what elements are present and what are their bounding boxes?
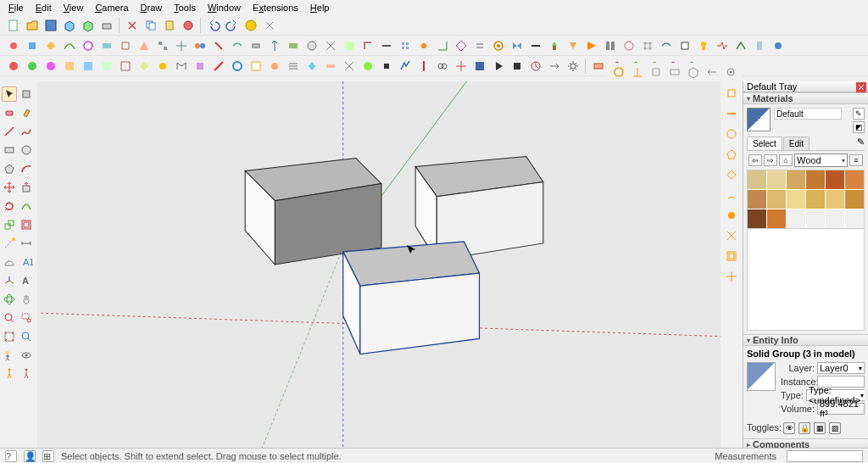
plugin-icon[interactable] — [42, 58, 59, 75]
rectangle-tool-icon[interactable] — [2, 142, 17, 158]
materials-home-icon[interactable]: ⌂ — [779, 154, 793, 166]
plugin-icon[interactable] — [61, 58, 78, 75]
plugin-icon[interactable] — [676, 37, 693, 54]
plugin-icon[interactable] — [770, 37, 787, 54]
material-swatch[interactable] — [845, 170, 864, 189]
right-tool-icon[interactable] — [723, 268, 740, 285]
followme-tool-icon[interactable] — [19, 198, 34, 214]
3dtext-tool-icon[interactable]: A — [19, 273, 34, 288]
status-credit-icon[interactable]: ⊞ — [42, 450, 54, 462]
plugin-icon[interactable] — [61, 37, 78, 54]
plugin-icon[interactable] — [397, 58, 414, 75]
right-tool-icon[interactable] — [723, 166, 740, 183]
right-tool-icon[interactable] — [723, 85, 740, 102]
plugin-icon[interactable] — [453, 58, 470, 75]
walk-icon[interactable] — [2, 366, 17, 382]
section-icon[interactable] — [19, 366, 34, 382]
materials-back-icon[interactable]: ⇦ — [748, 154, 762, 166]
view-icon[interactable] — [666, 64, 683, 81]
plugin-icon[interactable] — [136, 37, 153, 54]
viewport-3d[interactable] — [37, 81, 743, 448]
plugin-icon[interactable] — [80, 37, 97, 54]
tool-extensions-icon[interactable] — [261, 17, 278, 34]
plugin-icon[interactable] — [583, 37, 600, 54]
menu-extensions[interactable]: Extensions — [248, 2, 303, 14]
create-material-icon[interactable]: ✎ — [853, 108, 865, 120]
entity-info-head[interactable]: Entity Info — [743, 334, 868, 346]
plugin-icon[interactable] — [546, 58, 563, 75]
polygon-tool-icon[interactable] — [2, 161, 17, 176]
tool-undo-icon[interactable] — [205, 17, 222, 34]
plugin-icon[interactable] — [359, 37, 376, 54]
plugin-icon[interactable] — [453, 37, 470, 54]
tool-open-icon[interactable] — [24, 17, 41, 34]
menu-window[interactable]: Window — [203, 2, 246, 14]
plugin-icon[interactable] — [732, 37, 749, 54]
material-swatch[interactable] — [787, 209, 805, 228]
plugin-icon[interactable] — [397, 37, 414, 54]
paint-tool-icon[interactable] — [19, 105, 34, 120]
plugin-icon[interactable] — [490, 37, 507, 54]
menu-tools[interactable]: Tools — [169, 2, 201, 14]
plugin-icon[interactable] — [173, 37, 190, 54]
material-swatch[interactable] — [748, 170, 766, 189]
plugin-icon[interactable] — [117, 58, 134, 75]
view-icon[interactable] — [648, 64, 665, 81]
plugin-icon[interactable] — [658, 37, 675, 54]
plugin-icon[interactable] — [341, 58, 358, 75]
view-icon[interactable] — [629, 64, 646, 81]
plugin-icon[interactable] — [695, 37, 712, 54]
materials-tab-select[interactable]: Select — [747, 137, 782, 150]
toggle-cast-icon[interactable]: ▨ — [829, 422, 841, 434]
tool-cube-icon[interactable] — [61, 17, 78, 34]
toggle-hidden-icon[interactable]: 👁 — [783, 422, 795, 434]
plugin-icon[interactable] — [285, 37, 302, 54]
plugin-icon[interactable] — [546, 37, 563, 54]
material-swatch[interactable] — [787, 170, 805, 189]
plugin-icon[interactable] — [210, 37, 227, 54]
plugin-icon[interactable] — [80, 58, 97, 75]
plugin-icon[interactable] — [359, 58, 376, 75]
material-swatch[interactable] — [826, 209, 844, 228]
zoom-tool-icon[interactable] — [2, 310, 17, 326]
plugin-icon[interactable] — [42, 37, 59, 54]
text-tool-icon[interactable]: A1 — [19, 254, 34, 270]
material-name-field[interactable]: Default — [774, 108, 842, 120]
plugin-icon[interactable] — [117, 37, 134, 54]
right-tool-icon[interactable] — [723, 105, 740, 122]
tool-green-cube-icon[interactable] — [80, 17, 97, 34]
plugin-icon[interactable] — [415, 37, 432, 54]
material-swatch[interactable] — [767, 190, 786, 209]
plugin-stop-icon[interactable] — [509, 58, 526, 75]
materials-menu-icon[interactable]: ≡ — [849, 154, 863, 166]
right-tool-icon[interactable] — [723, 187, 740, 204]
plugin-icon[interactable] — [620, 37, 637, 54]
materials-panel-head[interactable]: Materials — [743, 92, 868, 104]
status-geo-icon[interactable]: ? — [5, 450, 17, 462]
material-swatch[interactable] — [845, 190, 864, 209]
materials-fwd-icon[interactable]: ⇨ — [764, 154, 777, 166]
plugin-icon[interactable] — [154, 37, 171, 54]
materials-tab-edit[interactable]: Edit — [783, 137, 810, 150]
plugin-icon[interactable] — [378, 37, 395, 54]
tape-tool-icon[interactable] — [2, 236, 17, 251]
tool-print-icon[interactable] — [98, 17, 115, 34]
menu-help[interactable]: Help — [305, 2, 335, 14]
plugin-icon[interactable] — [266, 37, 283, 54]
right-tool-icon[interactable] — [723, 207, 740, 224]
plugin-icon[interactable] — [5, 58, 22, 75]
eraser-tool-icon[interactable] — [2, 105, 17, 120]
status-person-icon[interactable]: 👤 — [24, 450, 36, 462]
tool-new-icon[interactable] — [5, 17, 22, 34]
tool-delete-icon[interactable] — [180, 17, 197, 34]
previous-view-icon[interactable] — [19, 329, 34, 344]
plugin-icon[interactable] — [229, 37, 246, 54]
tool-cut-icon[interactable] — [124, 17, 141, 34]
plugin-icon[interactable] — [285, 58, 302, 75]
material-swatch[interactable] — [845, 209, 864, 228]
toggle-shadow-icon[interactable]: ▦ — [814, 422, 826, 434]
menu-file[interactable]: File — [3, 2, 29, 14]
plugin-icon[interactable] — [434, 37, 451, 54]
plugin-icon[interactable] — [303, 58, 320, 75]
plugin-icon[interactable] — [266, 58, 283, 75]
